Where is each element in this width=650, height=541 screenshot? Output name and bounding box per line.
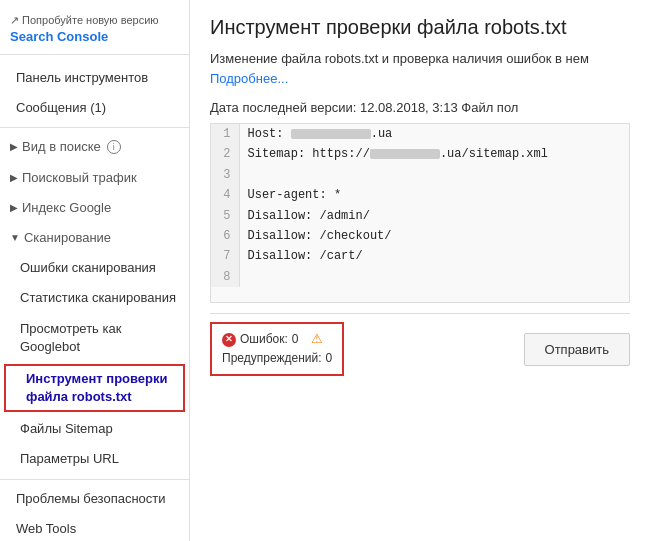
errors-row: ✕ Ошибок: 0 ⚠ bbox=[222, 330, 332, 349]
code-line-8: 8 bbox=[211, 267, 629, 287]
line-num-5: 5 bbox=[211, 206, 239, 226]
line-content-7: Disallow: /cart/ bbox=[239, 246, 629, 266]
sidebar-item-search-traffic[interactable]: ▶ Поисковый трафик bbox=[0, 163, 189, 193]
brand-link[interactable]: Search Console bbox=[10, 29, 108, 44]
sidebar-item-dashboard[interactable]: Панель инструментов bbox=[0, 63, 189, 93]
line-num-8: 8 bbox=[211, 267, 239, 287]
divider-2 bbox=[0, 479, 189, 480]
warnings-row: Предупреждений: 0 bbox=[222, 349, 332, 368]
redacted-2 bbox=[370, 149, 440, 159]
arrow-icon-2: ▶ bbox=[10, 171, 18, 185]
sidebar-item-crawl[interactable]: ▼ Сканирование bbox=[0, 223, 189, 253]
code-line-5: 5 Disallow: /admin/ bbox=[211, 206, 629, 226]
description: Изменение файла robots.txt и проверка на… bbox=[210, 49, 630, 88]
sidebar-item-robots-txt[interactable]: Инструмент проверки файла robots.txt bbox=[4, 364, 185, 412]
errors-value: 0 bbox=[292, 330, 299, 349]
line-content-4: User-agent: * bbox=[239, 185, 629, 205]
code-line-2: 2 Sitemap: https://.ua/sitemap.xml bbox=[211, 144, 629, 164]
sidebar-item-crawl-errors[interactable]: Ошибки сканирования bbox=[0, 253, 189, 283]
divider-1 bbox=[0, 127, 189, 128]
line-num-1: 1 bbox=[211, 124, 239, 144]
code-line-4: 4 User-agent: * bbox=[211, 185, 629, 205]
error-icon: ✕ bbox=[222, 333, 236, 347]
more-link[interactable]: Подробнее... bbox=[210, 71, 288, 86]
status-box: ✕ Ошибок: 0 ⚠ Предупреждений: 0 bbox=[210, 322, 344, 376]
main-content: Инструмент проверки файла robots.txt Изм… bbox=[190, 0, 650, 541]
sidebar-item-search-view[interactable]: ▶ Вид в поиске i bbox=[0, 132, 189, 162]
robots-txt-editor[interactable]: 1 Host: .ua 2 Sitemap: https://.ua/sitem… bbox=[210, 123, 630, 303]
errors-label: Ошибок: bbox=[240, 330, 288, 349]
arrow-icon-4: ▼ bbox=[10, 231, 20, 245]
info-icon[interactable]: i bbox=[107, 140, 121, 154]
warning-icon: ⚠ bbox=[310, 333, 324, 347]
sidebar-item-security[interactable]: Проблемы безопасности bbox=[0, 484, 189, 514]
sidebar-item-fetch-as-google[interactable]: Просмотреть как Googlebot bbox=[0, 314, 189, 362]
date-line: Дата последней версии: 12.08.2018, 3:13 … bbox=[210, 100, 630, 115]
warnings-value: 0 bbox=[326, 349, 333, 368]
line-content-8 bbox=[239, 267, 629, 287]
app-layout: ↗ Попробуйте новую версию Search Console… bbox=[0, 0, 650, 541]
line-content-1: Host: .ua bbox=[239, 124, 629, 144]
sidebar-nav: Панель инструментов Сообщения (1) ▶ Вид … bbox=[0, 61, 189, 541]
sidebar-item-sitemap[interactable]: Файлы Sitemap bbox=[0, 414, 189, 444]
line-num-4: 4 bbox=[211, 185, 239, 205]
line-content-3 bbox=[239, 165, 629, 185]
sidebar-header: ↗ Попробуйте новую версию Search Console bbox=[0, 8, 189, 55]
line-num-2: 2 bbox=[211, 144, 239, 164]
line-num-6: 6 bbox=[211, 226, 239, 246]
code-table: 1 Host: .ua 2 Sitemap: https://.ua/sitem… bbox=[211, 124, 629, 287]
code-line-1: 1 Host: .ua bbox=[211, 124, 629, 144]
page-title: Инструмент проверки файла robots.txt bbox=[210, 16, 630, 39]
sidebar-item-crawl-stats[interactable]: Статистика сканирования bbox=[0, 283, 189, 313]
line-content-6: Disallow: /checkout/ bbox=[239, 226, 629, 246]
bottom-bar: ✕ Ошибок: 0 ⚠ Предупреждений: 0 Отправит… bbox=[210, 313, 630, 376]
sidebar: ↗ Попробуйте новую версию Search Console… bbox=[0, 0, 190, 541]
code-line-6: 6 Disallow: /checkout/ bbox=[211, 226, 629, 246]
code-line-3: 3 bbox=[211, 165, 629, 185]
line-num-3: 3 bbox=[211, 165, 239, 185]
sidebar-item-google-index[interactable]: ▶ Индекс Google bbox=[0, 193, 189, 223]
new-version-text: ↗ Попробуйте новую версию bbox=[10, 14, 179, 27]
line-content-2: Sitemap: https://.ua/sitemap.xml bbox=[239, 144, 629, 164]
redacted-1 bbox=[291, 129, 371, 139]
submit-button[interactable]: Отправить bbox=[524, 333, 630, 366]
sidebar-item-web-tools[interactable]: Web Tools bbox=[0, 514, 189, 541]
warnings-label: Предупреждений: bbox=[222, 349, 322, 368]
line-num-7: 7 bbox=[211, 246, 239, 266]
external-link-icon: ↗ bbox=[10, 14, 19, 26]
sidebar-item-messages[interactable]: Сообщения (1) bbox=[0, 93, 189, 123]
code-line-7: 7 Disallow: /cart/ bbox=[211, 246, 629, 266]
arrow-icon-3: ▶ bbox=[10, 201, 18, 215]
arrow-icon: ▶ bbox=[10, 140, 18, 154]
line-content-5: Disallow: /admin/ bbox=[239, 206, 629, 226]
sidebar-item-url-params[interactable]: Параметры URL bbox=[0, 444, 189, 474]
